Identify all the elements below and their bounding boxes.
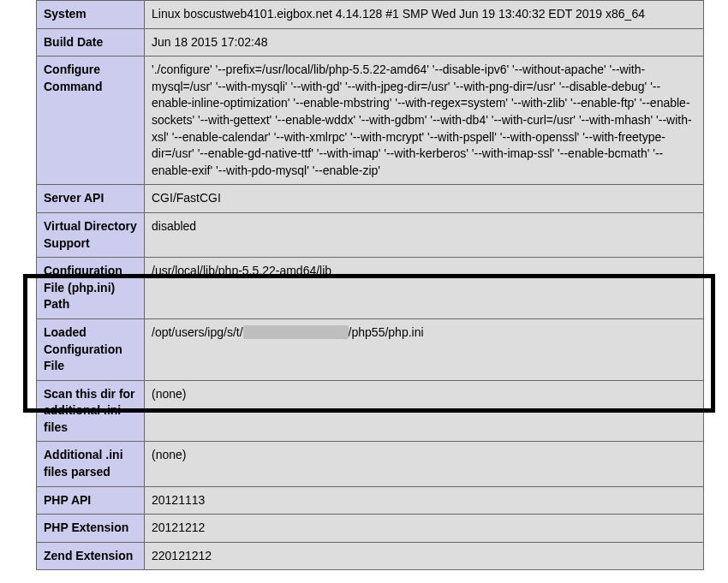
row-label: Loaded Configuration File (37, 318, 145, 380)
row-value: 220121212 (145, 542, 704, 570)
table-row: Configure Command'./configure' '--prefix… (37, 57, 704, 185)
row-value: CGI/FastCGI (145, 185, 704, 213)
row-value: Linux boscustweb4101.eigbox.net 4.14.128… (145, 1, 704, 29)
path-prefix: /opt/users/ipg/s/t/ (152, 325, 243, 339)
row-label: Server API (37, 185, 145, 213)
row-label: Additional .ini files parsed (37, 442, 145, 486)
table-row: Server APICGI/FastCGI (37, 185, 704, 213)
row-label: Build Date (37, 28, 145, 57)
path-suffix: /php55/php.ini (349, 325, 424, 339)
row-label: Virtual Directory Support (37, 212, 145, 257)
table-row: Scan this dir for additional .ini files(… (37, 380, 704, 442)
table-row: SystemLinux boscustweb4101.eigbox.net 4.… (37, 1, 704, 29)
row-label: System (37, 1, 145, 29)
table-row: Configuration File (php.ini) Path/usr/lo… (37, 258, 704, 319)
row-value: Jun 18 2015 17:02:48 (145, 28, 704, 57)
row-value: './configure' '--prefix=/usr/local/lib/p… (145, 57, 704, 185)
redacted-segment: xxxxxxxxxxxxxxxxx (243, 325, 349, 339)
row-label: PHP Extension (37, 515, 145, 543)
row-value: disabled (145, 212, 704, 257)
row-value: (none) (145, 380, 704, 442)
table-row: PHP Extension20121212 (37, 515, 704, 543)
row-label: Scan this dir for additional .ini files (37, 380, 145, 442)
row-value: 20121212 (145, 515, 704, 543)
table-row: Virtual Directory Supportdisabled (37, 212, 704, 257)
row-value: /opt/users/ipg/s/t/xxxxxxxxxxxxxxxxx/php… (145, 318, 704, 380)
row-label: Configuration File (php.ini) Path (37, 258, 145, 319)
row-value: 20121113 (145, 486, 704, 515)
row-label: Configure Command (37, 57, 145, 185)
phpinfo-panel: SystemLinux boscustweb4101.eigbox.net 4.… (0, 0, 728, 570)
table-row: Build DateJun 18 2015 17:02:48 (37, 28, 704, 57)
table-row: Zend Extension220121212 (37, 542, 704, 570)
row-value: (none) (145, 442, 704, 486)
row-label: Zend Extension (37, 542, 145, 570)
table-row: PHP API20121113 (37, 486, 704, 515)
row-label: PHP API (37, 486, 145, 515)
table-row: Loaded Configuration File/opt/users/ipg/… (37, 318, 704, 380)
table-row: Additional .ini files parsed(none) (37, 442, 704, 486)
row-value: /usr/local/lib/php-5.5.22-amd64/lib (145, 258, 704, 319)
phpinfo-table: SystemLinux boscustweb4101.eigbox.net 4.… (36, 0, 704, 570)
